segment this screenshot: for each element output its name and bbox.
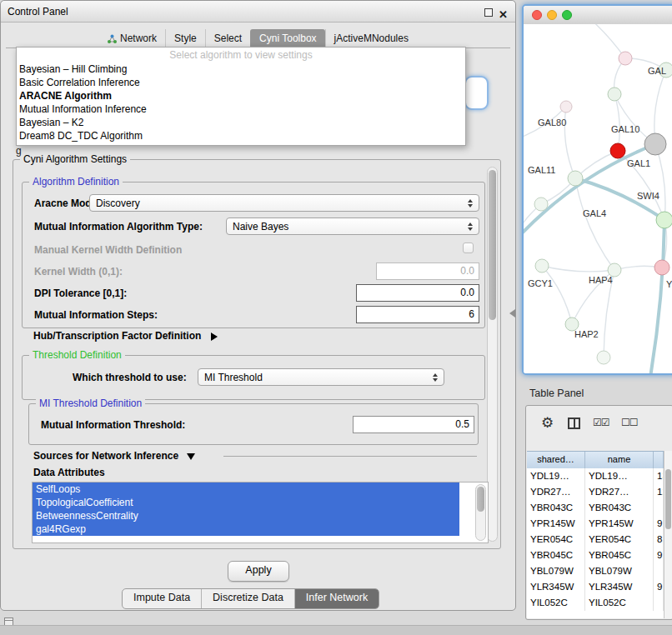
bottom-tab-infer-network[interactable]: Infer Network [294, 589, 379, 608]
network-canvas[interactable]: GALGAL80GAL10GAL11GAL1SWI4GAL4GCY1HAP4YH… [524, 24, 672, 373]
algorithm-definition-title: Algorithm Definition [29, 176, 123, 188]
table-cell: YBR043C [585, 500, 654, 516]
close-traffic-light-icon[interactable] [532, 10, 542, 20]
columns-icon[interactable] [568, 418, 580, 429]
tab-label: Select [214, 32, 242, 44]
table-cell: YDL19… [585, 468, 654, 484]
algorithm-definition-group: Algorithm Definition Aracne Mode: Discov… [22, 182, 485, 328]
table-cell: 9. [654, 548, 664, 563]
manual-kernel-checkbox[interactable] [463, 242, 474, 253]
network-node[interactable] [656, 212, 672, 228]
table-scrollbar[interactable] [664, 451, 672, 618]
tab-cyni-toolbox[interactable]: Cyni Toolbox [250, 29, 324, 48]
combo-arrows-icon [464, 222, 479, 231]
network-node[interactable] [644, 133, 666, 155]
table-cell: YPR145W [585, 516, 654, 532]
table-row[interactable]: YBR045CYBR045C9. [527, 548, 664, 563]
attribute-list-item[interactable]: gal4RGexp [33, 522, 459, 536]
algorithm-popup-item[interactable]: Dream8 DC_TDC Algorithm [17, 129, 465, 142]
algorithm-popup-item[interactable]: ARACNE Algorithm [17, 89, 465, 102]
zoom-traffic-light-icon[interactable] [562, 10, 572, 20]
data-attributes-list[interactable]: SelfLoopsTopologicalCoefficientBetweenne… [32, 482, 489, 543]
table-row[interactable]: YBR043CYBR043C [527, 500, 664, 516]
table-column-header[interactable]: name [585, 452, 654, 468]
algorithm-popup-prompt: Select algorithm to view settings [17, 48, 465, 62]
close-icon[interactable]: ✕ [499, 4, 508, 26]
bottom-tab-impute-data[interactable]: Impute Data [123, 589, 201, 608]
algorithm-popup-items: Bayesian – Hill ClimbingBasic Correlatio… [17, 62, 465, 142]
dpi-tolerance-field[interactable]: 0.0 [356, 284, 479, 302]
mi-steps-field[interactable]: 6 [356, 306, 479, 323]
network-node[interactable] [534, 198, 548, 211]
table-cell: YLR345W [527, 579, 585, 595]
table-row[interactable]: YPR145WYPR145W9. [527, 516, 664, 532]
settings-scrollbar-thumb[interactable] [489, 170, 496, 320]
mi-type-combo[interactable]: Naive Bayes [226, 218, 479, 235]
deselect-all-checkboxes-icon[interactable]: ☐☐ [621, 417, 638, 428]
table-header-row[interactable]: shared…name [527, 451, 664, 469]
network-edge [542, 266, 614, 272]
combo-arrows-icon [464, 199, 479, 208]
table-column-header[interactable] [654, 452, 664, 468]
table-row[interactable]: YIL052CYIL052C [527, 595, 664, 611]
network-node[interactable] [619, 52, 632, 65]
attribute-list-scrollbar-thumb[interactable] [477, 487, 484, 512]
tab-style[interactable]: Style [165, 29, 205, 48]
attribute-list-scrollbar[interactable] [475, 484, 486, 541]
network-node[interactable] [597, 351, 610, 364]
minimize-traffic-light-icon[interactable] [547, 10, 557, 20]
table-row[interactable]: YBL079WYBL079W [527, 563, 664, 579]
network-view-window[interactable]: GALGAL80GAL10GAL11GAL1SWI4GAL4GCY1HAP4YH… [522, 4, 672, 375]
aracne-mode-combo[interactable]: Discovery [89, 194, 479, 212]
apply-button[interactable]: Apply [228, 561, 289, 582]
network-node[interactable] [608, 88, 621, 101]
network-node[interactable] [654, 260, 669, 275]
control-panel-titlebar[interactable]: Control Panel ✕ [1, 1, 515, 22]
network-node[interactable] [568, 171, 583, 186]
network-node[interactable] [610, 143, 625, 158]
table-panel-window: ⚙ ☑☑ ☐☐ shared…name YDL19…YDL19…13YDR27…… [525, 405, 672, 620]
attribute-list-item[interactable]: TopologicalCoefficient [33, 496, 459, 509]
network-node[interactable] [535, 259, 549, 272]
which-threshold-label: Which threshold to use: [73, 372, 187, 383]
tab-select[interactable]: Select [205, 29, 250, 48]
attribute-list-item[interactable]: SelfLoops [33, 482, 459, 496]
which-threshold-combo[interactable]: MI Threshold [198, 368, 444, 386]
table-cell: YBR045C [585, 548, 654, 563]
network-window-titlebar[interactable] [524, 6, 672, 25]
hub-definition-row[interactable]: Hub/Transcription Factor Definition [33, 330, 218, 342]
tab-jactivemnodules[interactable]: jActiveMNodules [325, 29, 417, 48]
expanded-arrow-icon[interactable] [187, 453, 195, 460]
mi-type-value: Naive Bayes [233, 221, 464, 232]
focused-spinner-field[interactable] [464, 76, 489, 110]
table-row[interactable]: YLR345WYLR345W9. [527, 579, 664, 595]
split-pane-collapse-icon[interactable] [509, 309, 515, 318]
which-threshold-value: MI Threshold [204, 372, 429, 383]
attribute-list-item[interactable]: BetweennessCentrality [33, 509, 459, 522]
network-node[interactable] [560, 101, 572, 112]
table-row[interactable]: YDR27…YDR27…12 [527, 484, 664, 500]
algorithm-popup-item[interactable]: Basic Correlation Inference [17, 76, 465, 89]
algorithm-popup-item[interactable]: Mutual Information Inference [17, 102, 465, 116]
tab-network[interactable]: Network [99, 29, 165, 48]
network-node-label: GAL1 [627, 158, 650, 168]
gear-icon[interactable]: ⚙ [541, 414, 554, 432]
mi-threshold-field[interactable]: 0.5 [353, 416, 474, 433]
algorithm-popup-item[interactable]: Bayesian – K2 [17, 116, 465, 129]
tab-label: Network [120, 32, 157, 44]
table-cell: YBL079W [585, 563, 654, 579]
table-row[interactable]: YER054CYER054C8. [527, 532, 664, 548]
kernel-width-field[interactable]: 0.0 [376, 262, 479, 280]
table-column-header[interactable]: shared… [527, 452, 585, 468]
table-scrollbar-thumb[interactable] [665, 469, 671, 529]
collapsed-arrow-icon[interactable] [211, 332, 218, 341]
algorithm-popup-item[interactable]: Bayesian – Hill Climbing [17, 62, 465, 76]
hub-definition-label: Hub/Transcription Factor Definition [33, 330, 201, 342]
select-all-checkboxes-icon[interactable]: ☑☑ [593, 417, 609, 428]
table-cell: 13 [654, 468, 664, 484]
table-row[interactable]: YDL19…YDL19…13 [527, 468, 664, 484]
float-panel-icon[interactable] [484, 8, 493, 17]
sources-row[interactable]: Sources for Network Inference [33, 450, 195, 462]
bottom-tab-discretize-data[interactable]: Discretize Data [201, 589, 294, 608]
data-attributes-rows: SelfLoopsTopologicalCoefficientBetweenne… [33, 482, 488, 536]
